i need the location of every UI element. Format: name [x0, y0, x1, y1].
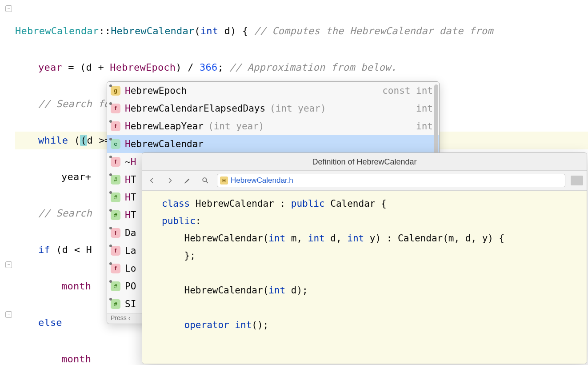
open-folder-icon[interactable]: [571, 176, 583, 185]
definition-title: Definition of HebrewCalendar: [142, 153, 587, 171]
nav-back-button[interactable]: [146, 174, 158, 187]
definition-toolbar: H HebrewCalendar.h: [142, 171, 587, 191]
completion-item[interactable]: fHebrewLeapYear(int year)int: [107, 117, 439, 135]
comment: // Computes the HebrewCalendar date from: [254, 25, 493, 36]
completion-item[interactable]: fHebrewCalendarElapsedDays(int year)int: [107, 100, 439, 117]
completion-params: (int year): [270, 103, 326, 114]
completion-kind-icon: f: [111, 104, 120, 113]
nav-forward-button[interactable]: [164, 174, 176, 187]
search-code-icon: [201, 176, 210, 185]
completion-label: Da: [125, 228, 136, 238]
completion-label: HT: [125, 192, 136, 203]
comment: // Approximation from below.: [229, 62, 396, 73]
matching-bracket: (: [80, 135, 87, 146]
editor-gutter: − − −: [0, 0, 13, 365]
completion-params: (int year): [208, 121, 264, 132]
completion-label: HebrewCalendarElapsedDays: [125, 103, 265, 114]
completion-kind-icon: f: [111, 157, 120, 167]
definition-code-view[interactable]: class HebrewCalendar : public Calendar {…: [142, 191, 587, 364]
definition-file-field[interactable]: H HebrewCalendar.h: [217, 174, 565, 187]
completion-kind-icon: c: [111, 139, 120, 149]
completion-return-type: int: [416, 121, 433, 132]
arrow-right-icon: [165, 176, 174, 185]
fold-handle-icon[interactable]: −: [5, 311, 12, 318]
definition-popup[interactable]: Definition of HebrewCalendar H HebrewCal…: [142, 152, 587, 364]
class-name: HebrewCalendar: [15, 25, 99, 36]
arrow-left-icon: [148, 176, 156, 185]
completion-kind-icon: f: [111, 228, 120, 238]
fold-handle-icon[interactable]: −: [5, 5, 12, 12]
completion-kind-icon: #: [111, 299, 120, 309]
completion-label: HebrewEpoch: [125, 85, 187, 96]
completion-kind-icon: f: [111, 264, 120, 273]
completion-label: HebrewLeapYear: [125, 121, 204, 132]
definition-file-name: HebrewCalendar.h: [231, 176, 293, 185]
show-usages-button[interactable]: [199, 174, 212, 187]
completion-kind-icon: #: [111, 175, 120, 185]
pencil-icon: [183, 176, 192, 185]
completion-kind-icon: f: [111, 121, 120, 131]
completion-label: HebrewCalendar: [125, 139, 204, 149]
completion-kind-icon: f: [111, 246, 120, 256]
completion-kind-icon: #: [111, 210, 120, 220]
completion-kind-icon: g: [111, 86, 120, 96]
completion-label: HT: [125, 174, 136, 185]
completion-label: ~H: [125, 156, 136, 167]
completion-item[interactable]: gHebrewEpochconst int: [107, 82, 439, 100]
scrollbar-thumb[interactable]: [434, 84, 438, 160]
completion-label: Lo: [125, 263, 136, 274]
completion-kind-icon: #: [111, 281, 120, 291]
comment: // Search: [38, 208, 92, 219]
completion-return-type: int: [416, 103, 433, 114]
completion-label: HT: [125, 210, 136, 221]
completion-item[interactable]: cHebrewCalendar: [107, 135, 439, 153]
completion-return-type: const int: [382, 85, 433, 96]
edit-button[interactable]: [181, 174, 194, 187]
fold-handle-icon[interactable]: −: [5, 261, 12, 268]
svg-point-0: [203, 178, 206, 181]
header-file-icon: H: [220, 176, 228, 185]
completion-kind-icon: #: [111, 193, 120, 202]
completion-label: SI: [125, 299, 136, 309]
completion-label: PO: [125, 281, 136, 292]
completion-label: La: [125, 245, 136, 256]
